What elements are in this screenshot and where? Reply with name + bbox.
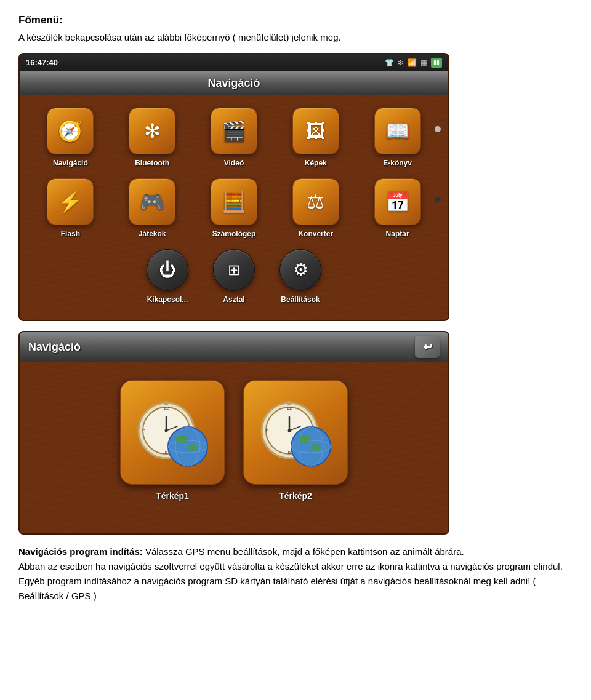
nav-asztal-icon-box: ⊞ bbox=[213, 249, 255, 291]
nav-video-label: Videó bbox=[224, 157, 244, 169]
nav-terkep1-label: Térkép1 bbox=[156, 490, 189, 503]
nav-bluetooth[interactable]: ✻ Bluetooth bbox=[111, 103, 193, 173]
nav-beallitasok[interactable]: ⚙ Beállítások bbox=[267, 244, 334, 310]
svg-point-10 bbox=[168, 427, 207, 466]
svg-text:12: 12 bbox=[287, 405, 292, 411]
nav-terkep2[interactable]: 12 6 9 3 bbox=[243, 380, 348, 503]
body-section1: Válassza GPS menu beállítások, majd a fő… bbox=[143, 546, 464, 557]
svg-point-13 bbox=[175, 435, 188, 443]
svg-rect-9 bbox=[164, 401, 169, 405]
nav-konverter-icon-box: ⚖ bbox=[292, 178, 339, 225]
nav-konverter[interactable]: ⚖ Konverter bbox=[275, 173, 356, 244]
screen2-title: Navigáció bbox=[28, 339, 81, 356]
nav-kikapcsol-label: Kikapcsol... bbox=[147, 294, 188, 305]
game-icon: 🎮 bbox=[140, 187, 164, 217]
screen1-body: 🧭 Navigáció ✻ Bluetooth 🎬 Videó bbox=[20, 95, 448, 320]
nav-kepek-icon-box: 🖼 bbox=[292, 108, 339, 154]
body-section2: Abban az esetben ha navigációs szoftverr… bbox=[18, 559, 573, 574]
nav-kikapcsol-icon-box: ⏻ bbox=[147, 249, 188, 291]
icon-row-2: ⚡ Flash 🎮 Játékok 🧮 Számológép bbox=[30, 173, 438, 244]
nav-flash-label: Flash bbox=[61, 228, 80, 239]
nav-navigacio-icon-box: 🧭 bbox=[47, 108, 94, 154]
svg-text:6: 6 bbox=[288, 450, 291, 455]
svg-point-14 bbox=[188, 444, 198, 451]
nav-flash[interactable]: ⚡ Flash bbox=[30, 173, 111, 244]
nav-video[interactable]: 🎬 Videó bbox=[193, 103, 275, 173]
nav-jatekok-label: Játékok bbox=[139, 228, 166, 239]
flash-icon: ⚡ bbox=[58, 187, 82, 217]
gear-icon: ⚙ bbox=[293, 257, 308, 283]
nav-ekonyv-icon-box: 📖 bbox=[374, 108, 421, 154]
nav-konverter-label: Konverter bbox=[298, 228, 333, 239]
nav-terkep2-icon-box: 12 6 9 3 bbox=[243, 380, 348, 485]
power-icon: ⏻ bbox=[159, 257, 176, 283]
page-subtitle: A készülék bekapcsolása után az alábbi f… bbox=[18, 31, 573, 45]
screen2-body: 12 6 9 3 bbox=[20, 362, 448, 533]
nav-ekonyv[interactable]: 📖 E-könyv bbox=[356, 103, 438, 173]
dot-indicator-1 bbox=[435, 126, 441, 132]
body-section3: Egyéb program indításához a navigációs p… bbox=[18, 574, 573, 603]
body-section1-bold: Navigációs program indítás: bbox=[18, 546, 143, 557]
battery-icon: ▮▮ bbox=[431, 58, 442, 68]
calendar-icon: 📅 bbox=[385, 187, 410, 217]
icon-row-3: ⏻ Kikapcsol... ⊞ Asztal ⚙ Beállítások bbox=[30, 244, 438, 312]
nav-naptar-icon-box: 📅 bbox=[374, 178, 421, 225]
compass-icon: 🧭 bbox=[58, 116, 82, 146]
nav-icons-row: 12 6 9 3 bbox=[120, 380, 348, 503]
svg-text:12: 12 bbox=[164, 405, 169, 411]
svg-point-8 bbox=[165, 429, 168, 432]
svg-point-29 bbox=[311, 444, 321, 451]
nav-kepek[interactable]: 🖼 Képek bbox=[275, 103, 356, 173]
svg-point-28 bbox=[299, 435, 311, 443]
dot-indicator-2 bbox=[435, 197, 441, 203]
image-icon: 🖼 bbox=[306, 116, 326, 146]
screen2-titlebar: Navigáció ↩ bbox=[20, 332, 448, 362]
svg-point-23 bbox=[288, 429, 291, 432]
svg-text:9: 9 bbox=[266, 428, 269, 434]
nav-jatekok[interactable]: 🎮 Játékok bbox=[111, 173, 193, 244]
nav-asztal-label: Asztal bbox=[223, 294, 244, 305]
nav-szamologep-icon-box: 🧮 bbox=[211, 178, 257, 225]
film-icon: 🎬 bbox=[222, 116, 246, 146]
sim-icon: ▦ bbox=[420, 57, 427, 68]
nav-bluetooth-label: Bluetooth bbox=[135, 157, 169, 169]
nav-kepek-label: Képek bbox=[305, 157, 327, 169]
nav-kikapcsol[interactable]: ⏻ Kikapcsol... bbox=[134, 244, 201, 310]
screen-time: 16:47:40 bbox=[26, 57, 58, 69]
icon-row-1: 🧭 Navigáció ✻ Bluetooth 🎬 Videó bbox=[30, 103, 438, 173]
nav-flash-icon-box: ⚡ bbox=[47, 178, 94, 225]
screen-header: 16:47:40 👕 ✻ 📶 ▦ ▮▮ bbox=[20, 54, 448, 71]
page-title: Főmenü: bbox=[18, 12, 573, 28]
nav-szamologep[interactable]: 🧮 Számológép bbox=[193, 173, 275, 244]
nav-naptar[interactable]: 📅 Naptár bbox=[356, 173, 438, 244]
nav-ekonyv-label: E-könyv bbox=[383, 157, 412, 169]
book-icon: 📖 bbox=[385, 116, 410, 146]
scale-icon: ⚖ bbox=[307, 187, 324, 217]
nav-naptar-label: Naptár bbox=[386, 228, 409, 239]
device-screen-1: 16:47:40 👕 ✻ 📶 ▦ ▮▮ Navigáció 🧭 Navigáci… bbox=[18, 53, 449, 321]
nav-navigacio-label: Navigáció bbox=[53, 157, 88, 169]
nav-asztal[interactable]: ⊞ Asztal bbox=[201, 244, 267, 310]
nav-navigacio[interactable]: 🧭 Navigáció bbox=[30, 103, 111, 173]
nav-terkep1[interactable]: 12 6 9 3 bbox=[120, 380, 225, 503]
svg-text:6: 6 bbox=[165, 450, 168, 455]
bluetooth-status-icon: ✻ bbox=[398, 57, 404, 68]
nav-beallitasok-label: Beállítások bbox=[281, 294, 320, 305]
back-button[interactable]: ↩ bbox=[415, 336, 440, 358]
terkep1-svg: 12 6 9 3 bbox=[132, 392, 212, 472]
grid-icon: ⊞ bbox=[228, 259, 240, 281]
body-text: Navigációs program indítás: Válassza GPS… bbox=[18, 544, 573, 603]
nav-terkep2-label: Térkép2 bbox=[279, 490, 312, 503]
signal-icon: 📶 bbox=[408, 57, 417, 68]
bluetooth-icon: ✻ bbox=[144, 116, 161, 146]
nav-bluetooth-icon-box: ✻ bbox=[129, 108, 175, 154]
svg-point-25 bbox=[291, 427, 331, 466]
nav-szamologep-label: Számológép bbox=[212, 228, 256, 239]
svg-text:9: 9 bbox=[143, 428, 146, 434]
nav-terkep1-icon-box: 12 6 9 3 bbox=[120, 380, 225, 485]
shirt-icon: 👕 bbox=[385, 57, 394, 68]
nav-beallitasok-icon-box: ⚙ bbox=[279, 249, 321, 291]
terkep2-svg: 12 6 9 3 bbox=[255, 392, 336, 472]
nav-video-icon-box: 🎬 bbox=[211, 108, 257, 154]
nav-jatekok-icon-box: 🎮 bbox=[129, 178, 175, 225]
